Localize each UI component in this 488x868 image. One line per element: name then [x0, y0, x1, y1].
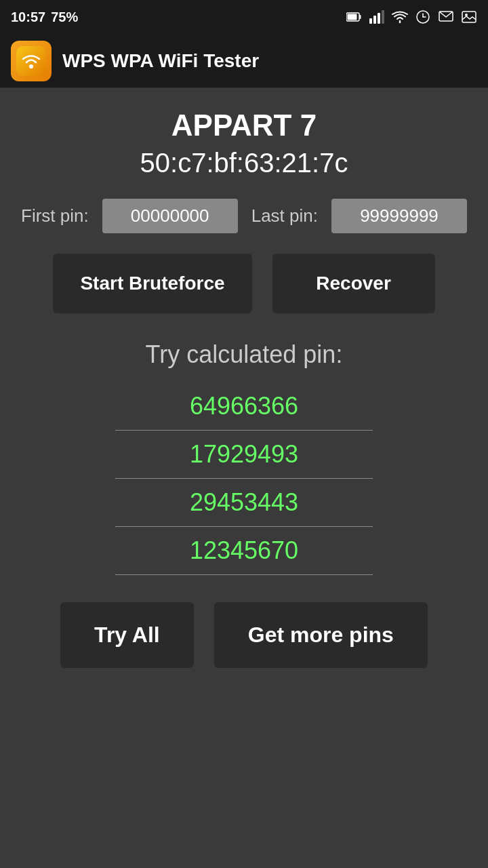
status-left: 10:57 75%: [11, 9, 78, 25]
message-icon: [438, 9, 454, 25]
first-pin-input[interactable]: [102, 199, 238, 233]
network-name: APPART 7: [171, 108, 317, 142]
svg-point-14: [29, 64, 33, 68]
status-right: [346, 9, 477, 25]
svg-rect-2: [348, 14, 357, 20]
battery-percent: 75%: [51, 9, 78, 25]
svg-rect-11: [462, 12, 476, 22]
svg-rect-5: [378, 13, 380, 24]
last-pin-label: Last pin:: [251, 205, 318, 226]
pin-row: First pin: Last pin:: [14, 199, 474, 233]
wifi-icon: [392, 9, 408, 25]
action-buttons-row: Start Bruteforce Recover: [53, 254, 434, 313]
start-bruteforce-button[interactable]: Start Bruteforce: [53, 254, 251, 313]
try-all-button[interactable]: Try All: [60, 602, 194, 668]
calculated-pin-list: 64966366 17929493 29453443 12345670: [14, 382, 474, 575]
svg-rect-13: [16, 46, 46, 76]
signal-icon-1: [369, 9, 385, 25]
calculated-pin-label: Try calculated pin:: [146, 340, 343, 369]
recover-button[interactable]: Recover: [272, 254, 435, 313]
calculated-pin-3[interactable]: 29453443: [115, 479, 373, 527]
calculated-pin-1[interactable]: 64966366: [115, 382, 373, 431]
bottom-buttons-row: Try All Get more pins: [60, 602, 428, 668]
calculated-pin-2[interactable]: 17929493: [115, 431, 373, 479]
svg-rect-3: [369, 18, 372, 24]
clock-icon: [415, 9, 431, 25]
network-mac: 50:c7:bf:63:21:7c: [140, 148, 348, 178]
svg-rect-6: [382, 10, 384, 24]
title-bar: WPS WPA WiFi Tester: [0, 34, 488, 88]
last-pin-input[interactable]: [331, 199, 467, 233]
time-display: 10:57: [11, 9, 45, 25]
first-pin-label: First pin:: [21, 205, 89, 226]
image-icon: [461, 9, 477, 25]
status-bar: 10:57 75%: [0, 0, 488, 34]
main-content: APPART 7 50:c7:bf:63:21:7c First pin: La…: [0, 88, 488, 868]
app-title: WPS WPA WiFi Tester: [62, 50, 259, 72]
get-more-pins-button[interactable]: Get more pins: [214, 602, 428, 668]
app-icon: [11, 41, 52, 81]
battery-icon: [346, 9, 362, 25]
calculated-pin-4[interactable]: 12345670: [115, 527, 373, 575]
svg-rect-1: [360, 15, 361, 19]
svg-rect-4: [373, 16, 376, 24]
